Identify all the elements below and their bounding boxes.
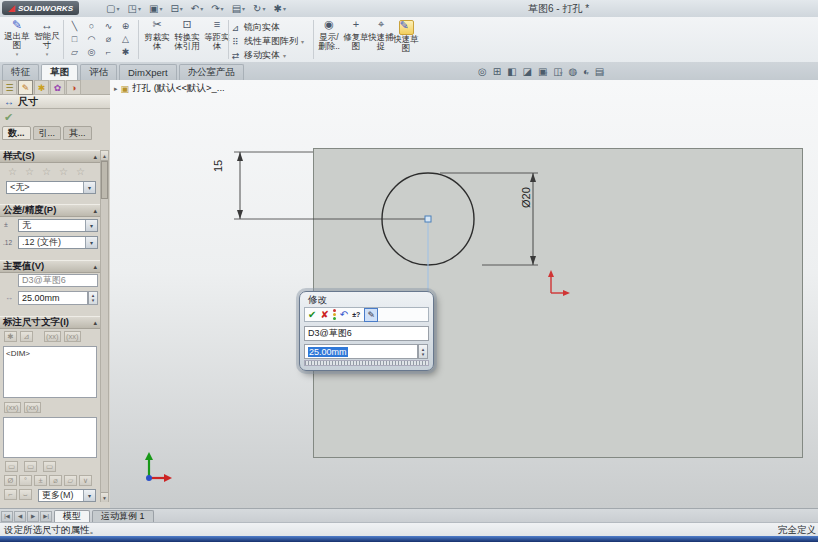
text-xx-button[interactable]: (xx) bbox=[4, 402, 21, 413]
smart-dimension-button[interactable]: ↔ 智能尺 寸 ▾ bbox=[32, 18, 62, 61]
style-star-icon[interactable]: ☆ bbox=[42, 166, 51, 177]
thumbwheel[interactable] bbox=[304, 360, 429, 366]
pm-tab-value[interactable]: 数... bbox=[2, 126, 31, 140]
symbol-check-button[interactable]: ∨ bbox=[79, 475, 92, 486]
symbol-centerline-button[interactable]: ⌀ bbox=[49, 475, 62, 486]
undo-button[interactable]: ↶▾ bbox=[189, 1, 205, 16]
zoom-area-button[interactable]: ⊞ bbox=[493, 66, 501, 77]
pm-tab-other[interactable]: 其... bbox=[63, 126, 92, 140]
symbol-corner-button[interactable]: ⌐ bbox=[4, 489, 17, 500]
style-section-header[interactable]: 样式(S) ▴ bbox=[0, 150, 100, 163]
circle-tool-button[interactable]: ○ bbox=[83, 19, 100, 32]
display-style-button[interactable]: ◫▾ bbox=[553, 66, 562, 77]
justify-left-button[interactable]: ▭ bbox=[5, 461, 18, 472]
cancel-button[interactable]: ✘ bbox=[320, 310, 328, 320]
select-button[interactable]: ▤▾ bbox=[230, 1, 247, 16]
previous-view-button[interactable]: ◧ bbox=[507, 66, 516, 77]
new-button[interactable]: ▢▾ bbox=[104, 1, 121, 16]
centerline-tool-button[interactable]: ⌀ bbox=[100, 32, 117, 45]
text-prefix-button[interactable]: (xx) bbox=[44, 331, 61, 342]
slot-tool-button[interactable]: ◎ bbox=[83, 45, 100, 58]
panel-scrollbar[interactable]: ▲ ▼ bbox=[100, 150, 109, 502]
zoom-fit-button[interactable]: ◎ bbox=[478, 66, 487, 77]
move-entities-button[interactable]: ⇄ 移动实体 ▾ bbox=[230, 49, 286, 62]
value-spinner[interactable]: ▴ ▾ bbox=[88, 291, 98, 305]
motion-study-tab[interactable]: 运动算例 1 bbox=[92, 510, 154, 523]
dimxpert-manager-tab[interactable]: ✿ bbox=[50, 80, 65, 95]
dimension-value-field[interactable]: 25.00mm bbox=[18, 291, 88, 305]
modify-name-field[interactable]: D3@草图6 bbox=[304, 326, 429, 341]
hide-items-button[interactable]: ◍▾ bbox=[568, 66, 577, 77]
view-orientation-button[interactable]: ▣▾ bbox=[538, 66, 547, 77]
tab-features[interactable]: 特征 bbox=[2, 64, 39, 80]
text-suffix-button[interactable]: (xx) bbox=[64, 331, 81, 342]
tab-dimxpert[interactable]: DimXpert bbox=[119, 64, 177, 80]
primary-value-section-header[interactable]: 主要值(V) ▴ bbox=[0, 260, 100, 273]
scene-button[interactable]: ▤▾ bbox=[595, 66, 604, 77]
precision-dropdown[interactable]: .12 (文件) ▾ bbox=[18, 236, 98, 249]
quick-sketch-button[interactable]: ✎ 快速草 图 bbox=[393, 20, 419, 53]
prev-tab-button[interactable]: ◀ bbox=[14, 511, 26, 522]
justify-center-button[interactable]: ▭ bbox=[24, 461, 37, 472]
style-dropdown[interactable]: <无> ▾ bbox=[6, 181, 96, 194]
mark-for-drawing-button[interactable]: ✎ bbox=[364, 308, 378, 322]
justify-right-button[interactable]: ▭ bbox=[43, 461, 56, 472]
line-tool-button[interactable]: ╲ bbox=[66, 19, 83, 32]
ok-button[interactable]: ✔ bbox=[4, 111, 13, 124]
style-star-icon[interactable]: ☆ bbox=[25, 166, 34, 177]
text-xx2-button[interactable]: (xx) bbox=[24, 402, 41, 413]
next-tab-button[interactable]: ▶ bbox=[27, 511, 39, 522]
tab-sketch[interactable]: 草图 bbox=[41, 64, 78, 80]
configuration-manager-tab[interactable]: ✱ bbox=[34, 80, 49, 95]
section-view-button[interactable]: ◪ bbox=[523, 66, 532, 77]
save-button[interactable]: ▣▾ bbox=[147, 1, 164, 16]
scrollbar-thumb[interactable] bbox=[101, 161, 108, 199]
options-button[interactable]: ✱▾ bbox=[272, 1, 288, 16]
property-manager-tab[interactable]: ✎ bbox=[18, 80, 33, 95]
style-star-icon[interactable]: ☆ bbox=[8, 166, 17, 177]
convert-entities-button[interactable]: ⊡ 转换实 体引用 bbox=[172, 20, 202, 51]
symbol-degree-button[interactable]: ° bbox=[19, 475, 32, 486]
feature-manager-tab[interactable]: ☰ bbox=[2, 80, 17, 95]
first-tab-button[interactable]: |◀ bbox=[1, 511, 13, 522]
redo-button[interactable]: ↷▾ bbox=[209, 1, 225, 16]
polygon-tool-button[interactable]: △ bbox=[117, 32, 134, 45]
modify-value-field[interactable]: 25.00mm bbox=[304, 344, 418, 359]
linear-pattern-button[interactable]: ⠿ 线性草图阵列 ▾ bbox=[230, 35, 304, 48]
symbol-square-button[interactable]: ▱ bbox=[64, 475, 77, 486]
print-button[interactable]: ⊟▾ bbox=[168, 1, 184, 16]
ellipse-tool-button[interactable]: ⊕ bbox=[117, 19, 134, 32]
more-symbols-dropdown[interactable]: 更多(M) ▾ bbox=[38, 489, 96, 502]
mirror-entities-button[interactable]: ⊿ 镜向实体 bbox=[230, 21, 280, 34]
pm-tab-leaders[interactable]: 引... bbox=[33, 126, 62, 140]
modify-value-spinner[interactable]: ▴ ▾ bbox=[418, 344, 428, 359]
tolerance-dropdown[interactable]: 无 ▾ bbox=[18, 219, 98, 232]
accept-button[interactable]: ✔ bbox=[308, 310, 316, 320]
circle-center-point[interactable] bbox=[425, 216, 431, 222]
quick-snaps-button[interactable]: ⌖ 快速捕 捉 bbox=[368, 20, 394, 51]
style-star-icon[interactable]: ☆ bbox=[76, 166, 85, 177]
rebuild-button[interactable] bbox=[333, 309, 336, 320]
spin-increment-button[interactable]: ±? bbox=[352, 310, 360, 320]
spline-tool-button[interactable]: ∿ bbox=[100, 19, 117, 32]
symbol-arc-button[interactable]: ⌣ bbox=[19, 489, 32, 500]
dimension-text-area[interactable]: <DIM> bbox=[3, 346, 97, 398]
dimension-text-section-header[interactable]: 标注尺寸文字(I) ▴ bbox=[0, 316, 100, 329]
symbol-diameter-button[interactable]: Ø bbox=[4, 475, 17, 486]
style-star-icon[interactable]: ☆ bbox=[59, 166, 68, 177]
exit-sketch-button[interactable]: ✎ 退出草 图 ▾ bbox=[2, 18, 32, 61]
point-tool-button[interactable]: ✱ bbox=[117, 45, 134, 58]
tab-office-products[interactable]: 办公室产品 bbox=[179, 64, 245, 80]
symbol-plusminus-button[interactable]: ± bbox=[34, 475, 47, 486]
dim20-label[interactable]: Ø20 bbox=[520, 187, 532, 208]
secondary-text-area[interactable] bbox=[3, 417, 97, 458]
arc-tool-button[interactable]: ◠ bbox=[83, 32, 100, 45]
open-button[interactable]: ◳▾ bbox=[125, 1, 142, 16]
display-manager-tab[interactable]: ◑ bbox=[66, 80, 81, 95]
dim15-label[interactable]: 15 bbox=[212, 160, 224, 172]
text-angle-button[interactable]: ⊿ bbox=[20, 331, 33, 342]
tolerance-section-header[interactable]: 公差/精度(P) ▴ bbox=[0, 204, 100, 217]
feature-tree-flyout[interactable]: ▸ ▣ 打孔 (默认<<默认>_... bbox=[114, 82, 225, 95]
appearance-button[interactable]: ◐▾ bbox=[583, 66, 589, 77]
tab-evaluate[interactable]: 评估 bbox=[80, 64, 117, 80]
